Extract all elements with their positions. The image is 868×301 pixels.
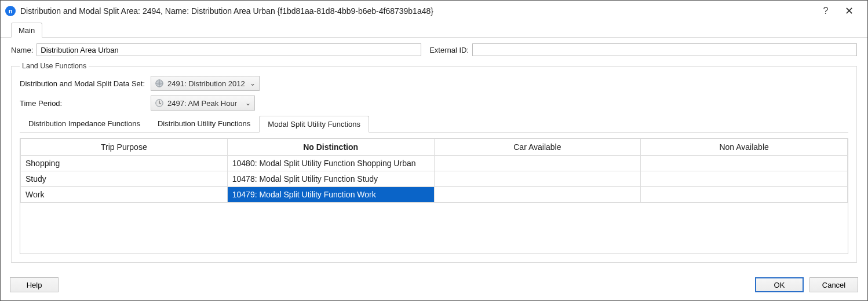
window-title: Distribution and Modal Split Area: 2494,… <box>20 6 814 16</box>
cell-trip-purpose[interactable]: Study <box>21 171 228 187</box>
table-empty-area <box>20 203 848 254</box>
functions-table[interactable]: Trip Purpose No Distinction Car Availabl… <box>20 139 848 203</box>
cell-non-available[interactable] <box>641 187 848 203</box>
tab-distribution-utility[interactable]: Distribution Utility Functions <box>149 115 259 132</box>
table-row[interactable]: Shopping 10480: Modal Split Utility Func… <box>21 156 848 171</box>
col-trip-purpose[interactable]: Trip Purpose <box>21 139 228 156</box>
functions-table-wrap: Trip Purpose No Distinction Car Availabl… <box>20 138 848 254</box>
external-id-input[interactable] <box>472 43 857 56</box>
col-no-distinction[interactable]: No Distinction <box>227 139 434 156</box>
close-icon[interactable]: ✕ <box>837 5 860 17</box>
chevron-down-icon: ⌄ <box>245 99 251 107</box>
globe-icon <box>155 79 164 88</box>
dataset-value: 2491: Distribution 2012 <box>167 79 245 88</box>
name-input[interactable] <box>37 43 421 56</box>
function-tabs: Distribution Impedance Functions Distrib… <box>20 115 848 133</box>
name-extid-row: Name: External ID: <box>11 43 857 56</box>
dataset-label: Distribution and Modal Split Data Set: <box>20 79 151 88</box>
dataset-row: Distribution and Modal Split Data Set: 2… <box>20 76 848 91</box>
top-tab-row: Main <box>1 21 867 38</box>
cell-non-available[interactable] <box>641 156 848 171</box>
dialog-footer: Help OK Cancel <box>1 275 867 300</box>
col-non-available[interactable]: Non Available <box>641 139 848 156</box>
timeperiod-value: 2497: AM Peak Hour <box>167 99 240 108</box>
cancel-button[interactable]: Cancel <box>809 277 858 292</box>
tab-main[interactable]: Main <box>11 23 42 38</box>
help-button[interactable]: Help <box>10 277 59 292</box>
content-area: Name: External ID: Land Use Functions Di… <box>1 38 867 263</box>
dataset-combo[interactable]: 2491: Distribution 2012 ⌄ <box>151 76 260 91</box>
cell-car-available[interactable] <box>434 187 641 203</box>
timeperiod-label: Time Period: <box>20 99 151 108</box>
help-icon[interactable]: ? <box>814 6 837 16</box>
tab-distribution-impedance[interactable]: Distribution Impedance Functions <box>20 115 149 132</box>
ok-button[interactable]: OK <box>755 277 804 292</box>
table-row[interactable]: Study 10478: Modal Split Utility Functio… <box>21 171 848 187</box>
timeperiod-combo[interactable]: 2497: AM Peak Hour ⌄ <box>151 96 255 111</box>
col-car-available[interactable]: Car Available <box>434 139 641 156</box>
table-row[interactable]: Work 10479: Modal Split Utility Function… <box>21 187 848 203</box>
cell-trip-purpose[interactable]: Shopping <box>21 156 228 171</box>
title-bar: n Distribution and Modal Split Area: 249… <box>1 1 867 21</box>
cell-non-available[interactable] <box>641 171 848 187</box>
timeperiod-row: Time Period: 2497: AM Peak Hour ⌄ <box>20 96 848 111</box>
cell-no-distinction[interactable]: 10479: Modal Split Utility Function Work <box>227 187 434 203</box>
name-label: Name: <box>11 46 33 54</box>
clock-icon <box>155 98 164 108</box>
cell-car-available[interactable] <box>434 156 641 171</box>
app-icon: n <box>5 6 16 16</box>
tab-modal-split-utility[interactable]: Modal Split Utility Functions <box>259 116 369 133</box>
cell-no-distinction[interactable]: 10480: Modal Split Utility Function Shop… <box>227 156 434 171</box>
land-use-functions-fieldset: Land Use Functions Distribution and Moda… <box>11 62 857 263</box>
land-use-functions-legend: Land Use Functions <box>20 62 89 70</box>
chevron-down-icon: ⌄ <box>250 79 256 87</box>
external-id-label: External ID: <box>429 46 469 54</box>
cell-trip-purpose[interactable]: Work <box>21 187 228 203</box>
cell-no-distinction[interactable]: 10478: Modal Split Utility Function Stud… <box>227 171 434 187</box>
cell-car-available[interactable] <box>434 171 641 187</box>
